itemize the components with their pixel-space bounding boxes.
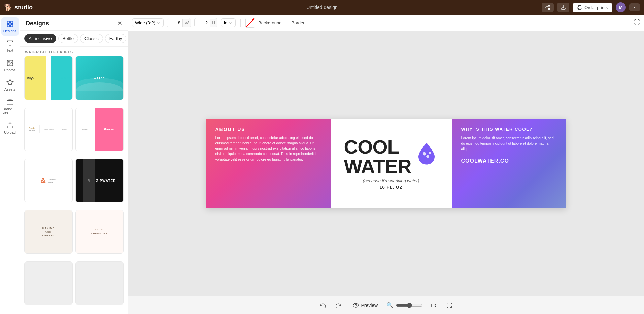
design-card-placeholder-1[interactable]: [24, 261, 73, 305]
designs-icon: [6, 20, 14, 28]
label-left-section: ABOUT US Lorem ipsum dolor sit amet, con…: [206, 119, 331, 208]
topbar-left: 🐕 studio: [4, 3, 33, 11]
topbar: 🐕 studio Untitled design Order prints M: [0, 0, 644, 15]
redo-button[interactable]: [333, 300, 344, 311]
background-color-swatch[interactable]: [245, 18, 255, 28]
preview-label: Preview: [361, 303, 378, 308]
filter-tab-all-inclusive[interactable]: All-inclusive: [24, 34, 56, 43]
svg-rect-6: [579, 8, 581, 9]
filter-tab-bottle[interactable]: Bottle: [58, 34, 78, 43]
section-label: WATER BOTTLE LABELS: [20, 47, 128, 56]
design-card-costa[interactable]: Costa del Mar Lorem ipsum Family: [24, 108, 73, 151]
filter-tab-earthy[interactable]: Earthy: [105, 34, 127, 43]
zoom-slider[interactable]: [396, 303, 423, 308]
about-text: Lorem ipsum dolor sit amet, consectetur …: [215, 135, 321, 162]
order-prints-label: Order prints: [584, 5, 608, 10]
label-center-inner: COOL WATER: [344, 137, 438, 176]
design-card-maxine[interactable]: MAXINE AND ROBERT: [24, 210, 73, 254]
share-button[interactable]: [542, 3, 554, 12]
fit-button[interactable]: Fit: [428, 301, 438, 309]
sidebar-assets-label: Assets: [4, 87, 15, 91]
brand-name-line2: WATER: [344, 157, 411, 176]
unit-label: in: [224, 20, 227, 25]
svg-point-1: [546, 7, 547, 8]
expand-icon: [634, 19, 640, 25]
height-unit-label: H: [210, 19, 217, 27]
sidebar-item-text[interactable]: Text: [1, 37, 19, 55]
text-icon: [6, 40, 14, 47]
app-name: studio: [14, 4, 33, 11]
design-card-ampersand[interactable]: & Company Name: [24, 159, 73, 202]
toolbar-divider-1: [240, 19, 241, 27]
why-heading: WHY IS THIS WATER COOL?: [461, 127, 557, 132]
design-card-zipwater[interactable]: ZIP ZIPWATER: [75, 159, 124, 202]
design-card-placeholder-2[interactable]: [75, 261, 124, 305]
assets-icon: [6, 79, 14, 86]
height-input[interactable]: [195, 18, 210, 27]
chevron-down-icon: [633, 5, 637, 9]
designs-panel-header: Designs ✕: [20, 15, 128, 31]
upload-icon: [6, 122, 14, 129]
height-input-group: H: [194, 18, 217, 27]
background-label: Background: [258, 20, 281, 25]
canvas-area: ABOUT US Lorem ipsum dolor sit amet, con…: [128, 31, 644, 314]
eye-icon: [353, 302, 359, 308]
label-center-section: COOL WATER (because it's sparkling water…: [331, 119, 452, 208]
svg-point-20: [429, 152, 431, 154]
redo-icon: [336, 302, 342, 308]
why-text: Lorem ipsum dolor sit amet, consectetur …: [461, 135, 557, 152]
sidebar-item-upload[interactable]: Upload: [1, 119, 19, 137]
expand-button[interactable]: [634, 19, 640, 27]
sidebar-item-assets[interactable]: Assets: [1, 76, 19, 94]
designs-panel-title: Designs: [26, 20, 49, 27]
svg-point-14: [8, 61, 9, 62]
panel-close-button[interactable]: ✕: [117, 19, 122, 27]
cool-water-text: COOL WATER: [344, 137, 411, 176]
fullscreen-button[interactable]: [444, 300, 455, 311]
avatar-dropdown-button[interactable]: [629, 3, 640, 11]
svg-line-3: [547, 8, 549, 9]
preview-button[interactable]: Preview: [349, 300, 381, 310]
svg-marker-15: [7, 79, 13, 85]
design-card-emilie[interactable]: EMILIE CHRISTOPH: [75, 210, 124, 254]
width-input-group: W: [167, 18, 191, 27]
unit-selector[interactable]: in: [221, 18, 236, 27]
width-input[interactable]: [167, 18, 182, 27]
order-prints-button[interactable]: Order prints: [573, 3, 612, 12]
zoom-control: 🔍: [386, 302, 423, 308]
sidebar-item-designs[interactable]: Designs: [1, 17, 19, 36]
sidebar-brand-kits-label: Brand kits: [3, 107, 18, 115]
design-card-billys[interactable]: Billy's WATER: [24, 56, 73, 100]
svg-point-18: [422, 152, 426, 156]
svg-point-2: [548, 8, 550, 10]
app-logo: 🐕 studio: [4, 3, 33, 11]
canvas-viewport: ABOUT US Lorem ipsum dolor sit amet, con…: [128, 31, 644, 296]
avatar[interactable]: M: [616, 2, 626, 12]
sidebar-item-photos[interactable]: Photos: [1, 56, 19, 75]
sidebar-photos-label: Photos: [4, 68, 15, 72]
logo-icon: 🐕: [4, 3, 12, 11]
brand-kits-icon: [6, 98, 14, 106]
printer-icon: [577, 5, 582, 10]
about-heading: ABOUT US: [215, 127, 321, 132]
undo-button[interactable]: [317, 300, 328, 311]
svg-point-19: [426, 155, 429, 158]
svg-rect-10: [10, 25, 12, 27]
sidebar-upload-label: Upload: [4, 130, 16, 134]
size-selector[interactable]: Wide (3:2): [132, 18, 164, 27]
svg-rect-16: [7, 100, 13, 105]
svg-line-4: [547, 6, 549, 7]
document-title: Untitled design: [306, 5, 338, 10]
sidebar-designs-label: Designs: [3, 29, 17, 33]
download-button[interactable]: [557, 3, 569, 12]
design-card-fressa[interactable]: Brand Fressa: [75, 108, 124, 151]
design-card-teal[interactable]: WATER: [75, 56, 124, 100]
label-design[interactable]: ABOUT US Lorem ipsum dolor sit amet, con…: [206, 119, 566, 208]
filter-tab-classic[interactable]: Classic: [80, 34, 103, 43]
download-icon: [561, 5, 566, 10]
sidebar-text-label: Text: [6, 48, 13, 52]
svg-rect-7: [7, 21, 9, 23]
sidebar-item-brand-kits[interactable]: Brand kits: [1, 95, 19, 118]
size-dropdown-icon: [157, 21, 161, 25]
unit-dropdown-icon: [229, 21, 233, 25]
